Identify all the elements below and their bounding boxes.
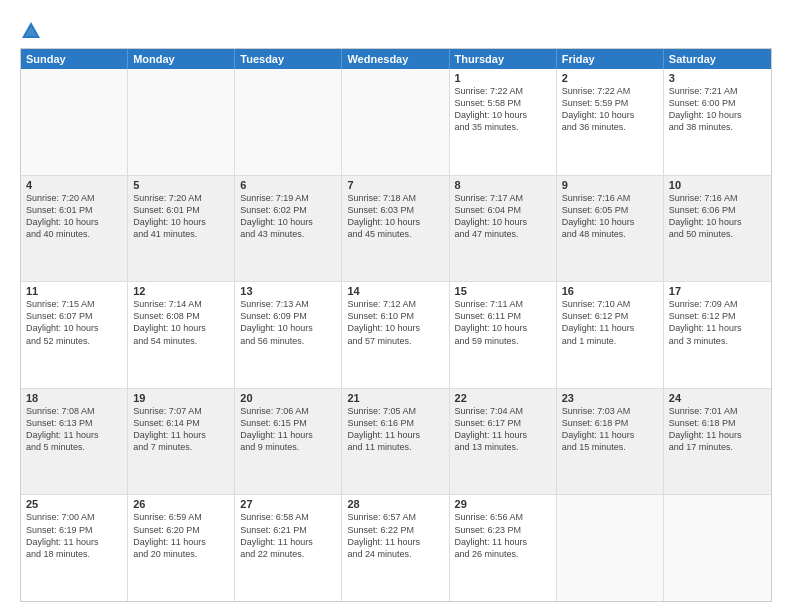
day-info: Sunrise: 6:59 AM Sunset: 6:20 PM Dayligh… — [133, 511, 229, 560]
day-info: Sunrise: 7:00 AM Sunset: 6:19 PM Dayligh… — [26, 511, 122, 560]
calendar-cell: 29Sunrise: 6:56 AM Sunset: 6:23 PM Dayli… — [450, 495, 557, 601]
calendar-cell: 5Sunrise: 7:20 AM Sunset: 6:01 PM Daylig… — [128, 176, 235, 282]
calendar-header-cell: Tuesday — [235, 49, 342, 69]
calendar-cell: 12Sunrise: 7:14 AM Sunset: 6:08 PM Dayli… — [128, 282, 235, 388]
calendar-cell: 26Sunrise: 6:59 AM Sunset: 6:20 PM Dayli… — [128, 495, 235, 601]
calendar-body: 1Sunrise: 7:22 AM Sunset: 5:58 PM Daylig… — [21, 69, 771, 601]
calendar: SundayMondayTuesdayWednesdayThursdayFrid… — [20, 48, 772, 602]
day-number: 1 — [455, 72, 551, 84]
day-number: 13 — [240, 285, 336, 297]
day-number: 23 — [562, 392, 658, 404]
day-info: Sunrise: 7:14 AM Sunset: 6:08 PM Dayligh… — [133, 298, 229, 347]
calendar-cell: 15Sunrise: 7:11 AM Sunset: 6:11 PM Dayli… — [450, 282, 557, 388]
day-info: Sunrise: 6:58 AM Sunset: 6:21 PM Dayligh… — [240, 511, 336, 560]
calendar-header-cell: Saturday — [664, 49, 771, 69]
calendar-header-row: SundayMondayTuesdayWednesdayThursdayFrid… — [21, 49, 771, 69]
empty-cell — [128, 69, 235, 175]
calendar-cell: 18Sunrise: 7:08 AM Sunset: 6:13 PM Dayli… — [21, 389, 128, 495]
calendar-cell: 10Sunrise: 7:16 AM Sunset: 6:06 PM Dayli… — [664, 176, 771, 282]
day-info: Sunrise: 7:01 AM Sunset: 6:18 PM Dayligh… — [669, 405, 766, 454]
day-info: Sunrise: 7:11 AM Sunset: 6:11 PM Dayligh… — [455, 298, 551, 347]
logo-icon — [20, 20, 42, 42]
day-number: 26 — [133, 498, 229, 510]
day-info: Sunrise: 7:16 AM Sunset: 6:05 PM Dayligh… — [562, 192, 658, 241]
day-number: 4 — [26, 179, 122, 191]
day-number: 5 — [133, 179, 229, 191]
day-number: 10 — [669, 179, 766, 191]
calendar-header-cell: Monday — [128, 49, 235, 69]
day-info: Sunrise: 7:04 AM Sunset: 6:17 PM Dayligh… — [455, 405, 551, 454]
empty-cell — [557, 495, 664, 601]
header — [20, 16, 772, 42]
calendar-cell: 19Sunrise: 7:07 AM Sunset: 6:14 PM Dayli… — [128, 389, 235, 495]
calendar-cell: 1Sunrise: 7:22 AM Sunset: 5:58 PM Daylig… — [450, 69, 557, 175]
day-info: Sunrise: 7:07 AM Sunset: 6:14 PM Dayligh… — [133, 405, 229, 454]
day-info: Sunrise: 6:57 AM Sunset: 6:22 PM Dayligh… — [347, 511, 443, 560]
calendar-week-row: 25Sunrise: 7:00 AM Sunset: 6:19 PM Dayli… — [21, 495, 771, 601]
day-number: 14 — [347, 285, 443, 297]
day-number: 28 — [347, 498, 443, 510]
day-info: Sunrise: 7:21 AM Sunset: 6:00 PM Dayligh… — [669, 85, 766, 134]
day-info: Sunrise: 7:03 AM Sunset: 6:18 PM Dayligh… — [562, 405, 658, 454]
day-info: Sunrise: 7:15 AM Sunset: 6:07 PM Dayligh… — [26, 298, 122, 347]
calendar-week-row: 18Sunrise: 7:08 AM Sunset: 6:13 PM Dayli… — [21, 389, 771, 496]
calendar-week-row: 4Sunrise: 7:20 AM Sunset: 6:01 PM Daylig… — [21, 176, 771, 283]
calendar-cell: 17Sunrise: 7:09 AM Sunset: 6:12 PM Dayli… — [664, 282, 771, 388]
day-info: Sunrise: 7:05 AM Sunset: 6:16 PM Dayligh… — [347, 405, 443, 454]
calendar-cell: 20Sunrise: 7:06 AM Sunset: 6:15 PM Dayli… — [235, 389, 342, 495]
day-info: Sunrise: 7:20 AM Sunset: 6:01 PM Dayligh… — [26, 192, 122, 241]
calendar-cell: 27Sunrise: 6:58 AM Sunset: 6:21 PM Dayli… — [235, 495, 342, 601]
calendar-cell: 4Sunrise: 7:20 AM Sunset: 6:01 PM Daylig… — [21, 176, 128, 282]
calendar-cell: 28Sunrise: 6:57 AM Sunset: 6:22 PM Dayli… — [342, 495, 449, 601]
day-number: 15 — [455, 285, 551, 297]
day-number: 19 — [133, 392, 229, 404]
calendar-header-cell: Sunday — [21, 49, 128, 69]
day-number: 29 — [455, 498, 551, 510]
day-number: 9 — [562, 179, 658, 191]
day-number: 20 — [240, 392, 336, 404]
calendar-cell: 3Sunrise: 7:21 AM Sunset: 6:00 PM Daylig… — [664, 69, 771, 175]
day-info: Sunrise: 7:09 AM Sunset: 6:12 PM Dayligh… — [669, 298, 766, 347]
day-number: 18 — [26, 392, 122, 404]
calendar-header-cell: Friday — [557, 49, 664, 69]
empty-cell — [21, 69, 128, 175]
calendar-cell: 11Sunrise: 7:15 AM Sunset: 6:07 PM Dayli… — [21, 282, 128, 388]
day-info: Sunrise: 7:22 AM Sunset: 5:58 PM Dayligh… — [455, 85, 551, 134]
day-number: 22 — [455, 392, 551, 404]
day-number: 8 — [455, 179, 551, 191]
day-info: Sunrise: 6:56 AM Sunset: 6:23 PM Dayligh… — [455, 511, 551, 560]
calendar-header-cell: Wednesday — [342, 49, 449, 69]
calendar-cell: 9Sunrise: 7:16 AM Sunset: 6:05 PM Daylig… — [557, 176, 664, 282]
day-number: 7 — [347, 179, 443, 191]
day-info: Sunrise: 7:10 AM Sunset: 6:12 PM Dayligh… — [562, 298, 658, 347]
day-info: Sunrise: 7:12 AM Sunset: 6:10 PM Dayligh… — [347, 298, 443, 347]
calendar-cell: 6Sunrise: 7:19 AM Sunset: 6:02 PM Daylig… — [235, 176, 342, 282]
day-info: Sunrise: 7:17 AM Sunset: 6:04 PM Dayligh… — [455, 192, 551, 241]
calendar-cell: 7Sunrise: 7:18 AM Sunset: 6:03 PM Daylig… — [342, 176, 449, 282]
day-number: 25 — [26, 498, 122, 510]
day-info: Sunrise: 7:08 AM Sunset: 6:13 PM Dayligh… — [26, 405, 122, 454]
calendar-cell: 25Sunrise: 7:00 AM Sunset: 6:19 PM Dayli… — [21, 495, 128, 601]
day-info: Sunrise: 7:18 AM Sunset: 6:03 PM Dayligh… — [347, 192, 443, 241]
calendar-cell: 21Sunrise: 7:05 AM Sunset: 6:16 PM Dayli… — [342, 389, 449, 495]
day-info: Sunrise: 7:20 AM Sunset: 6:01 PM Dayligh… — [133, 192, 229, 241]
calendar-cell: 13Sunrise: 7:13 AM Sunset: 6:09 PM Dayli… — [235, 282, 342, 388]
day-number: 17 — [669, 285, 766, 297]
day-number: 27 — [240, 498, 336, 510]
day-number: 24 — [669, 392, 766, 404]
calendar-cell: 8Sunrise: 7:17 AM Sunset: 6:04 PM Daylig… — [450, 176, 557, 282]
day-info: Sunrise: 7:13 AM Sunset: 6:09 PM Dayligh… — [240, 298, 336, 347]
calendar-cell: 24Sunrise: 7:01 AM Sunset: 6:18 PM Dayli… — [664, 389, 771, 495]
day-info: Sunrise: 7:19 AM Sunset: 6:02 PM Dayligh… — [240, 192, 336, 241]
day-number: 16 — [562, 285, 658, 297]
calendar-header-cell: Thursday — [450, 49, 557, 69]
day-info: Sunrise: 7:06 AM Sunset: 6:15 PM Dayligh… — [240, 405, 336, 454]
calendar-cell: 16Sunrise: 7:10 AM Sunset: 6:12 PM Dayli… — [557, 282, 664, 388]
empty-cell — [664, 495, 771, 601]
calendar-cell: 2Sunrise: 7:22 AM Sunset: 5:59 PM Daylig… — [557, 69, 664, 175]
calendar-cell: 23Sunrise: 7:03 AM Sunset: 6:18 PM Dayli… — [557, 389, 664, 495]
calendar-week-row: 1Sunrise: 7:22 AM Sunset: 5:58 PM Daylig… — [21, 69, 771, 176]
calendar-cell: 22Sunrise: 7:04 AM Sunset: 6:17 PM Dayli… — [450, 389, 557, 495]
calendar-week-row: 11Sunrise: 7:15 AM Sunset: 6:07 PM Dayli… — [21, 282, 771, 389]
page: SundayMondayTuesdayWednesdayThursdayFrid… — [0, 0, 792, 612]
